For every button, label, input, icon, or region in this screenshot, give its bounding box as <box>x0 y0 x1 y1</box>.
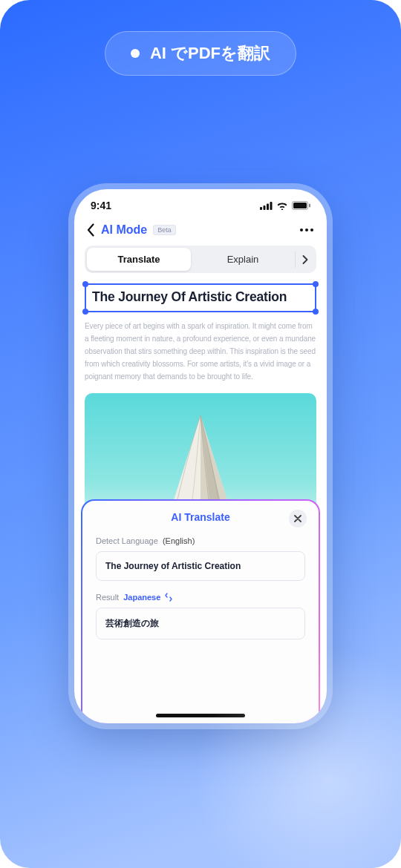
promo-card: AI でPDFを翻訳 9:41 AI Mode Beta Tra <box>0 0 401 868</box>
more-dot-icon <box>310 228 313 231</box>
signal-icon <box>260 202 273 210</box>
promo-pill: AI でPDFを翻訳 <box>105 31 296 76</box>
phone-frame: 9:41 AI Mode Beta Translate Explain <box>74 189 327 723</box>
tab-translate[interactable]: Translate <box>87 248 191 271</box>
tabs-overflow-button[interactable] <box>295 251 314 268</box>
selection-box[interactable]: The Journey Of Artistic Creation <box>85 283 316 312</box>
status-time: 9:41 <box>91 200 111 211</box>
svg-rect-2 <box>267 203 269 210</box>
swap-icon <box>165 593 172 602</box>
article-title: The Journey Of Artistic Creation <box>92 289 309 305</box>
translate-panel-title: AI Translate <box>171 511 229 523</box>
language-swap-button[interactable] <box>165 593 172 602</box>
home-indicator[interactable] <box>156 714 245 717</box>
translate-panel-header: AI Translate <box>96 511 305 523</box>
more-button[interactable] <box>299 224 315 236</box>
target-language-button[interactable]: Japanese <box>123 593 160 602</box>
close-icon <box>294 515 301 522</box>
svg-rect-6 <box>309 204 310 208</box>
pill-dot-icon <box>131 49 140 58</box>
nav-title: AI Mode <box>101 223 147 237</box>
status-icons <box>260 201 310 210</box>
more-dot-icon <box>305 228 308 231</box>
more-dot-icon <box>300 228 303 231</box>
detect-language-row: Detect Language (English) <box>96 536 305 545</box>
detected-language: (English) <box>163 536 195 545</box>
article-body: Every piece of art begins with a spark o… <box>85 320 316 383</box>
chevron-right-icon <box>302 255 308 264</box>
svg-rect-3 <box>270 202 273 210</box>
back-icon[interactable] <box>86 223 95 237</box>
nav-left: AI Mode Beta <box>86 223 176 237</box>
pill-label: AI でPDFを翻訳 <box>150 42 270 65</box>
status-bar: 9:41 <box>74 189 327 214</box>
detect-language-label: Detect Language <box>96 536 158 545</box>
source-text-box[interactable]: The Journey of Artistic Creation <box>96 551 305 581</box>
translate-panel: AI Translate Detect Language (English) T… <box>81 499 320 723</box>
result-row: Result Japanese <box>96 593 305 602</box>
tab-explain[interactable]: Explain <box>191 248 295 271</box>
selection-handle-icon[interactable] <box>313 309 319 315</box>
svg-rect-1 <box>264 206 266 210</box>
translated-text-box: 芸術創造の旅 <box>96 608 305 640</box>
close-button[interactable] <box>289 510 307 527</box>
beta-badge: Beta <box>153 225 176 235</box>
result-label: Result <box>96 593 119 602</box>
battery-icon <box>292 201 310 210</box>
mode-tabs: Translate Explain <box>85 246 316 273</box>
nav-bar: AI Mode Beta <box>74 214 327 244</box>
wifi-icon <box>276 202 288 210</box>
svg-rect-0 <box>260 207 262 210</box>
selection-handle-icon[interactable] <box>82 281 88 287</box>
svg-rect-5 <box>293 203 307 208</box>
